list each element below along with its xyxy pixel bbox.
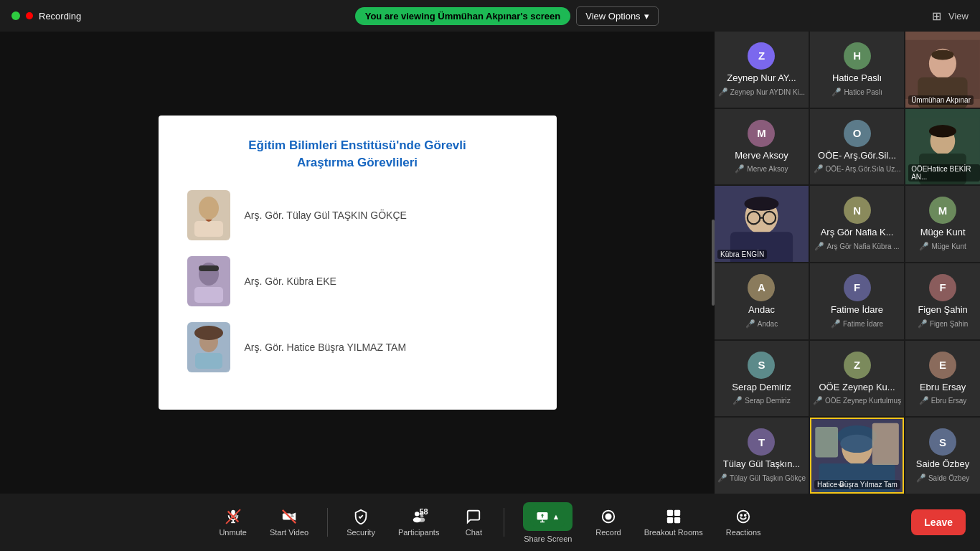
- slide-person-name-3: Arş. Gör. Hatice Büşra YILMAZ TAM: [245, 342, 407, 353]
- slide-person-3: Arş. Gör. Hatice Büşra YILMAZ TAM: [187, 322, 528, 372]
- avatar-serap: S: [748, 352, 775, 379]
- reactions-icon: +: [735, 509, 751, 524]
- svg-text:+: +: [746, 510, 749, 517]
- participant-tile-serap[interactable]: S Serap Demiriz 🎤 Serap Demiriz: [715, 341, 809, 417]
- participant-name-small-muge: 🎤 Müge Kunt: [916, 242, 969, 251]
- mic-off-icon-3: 🎤: [735, 164, 745, 174]
- breakout-rooms-button[interactable]: Breakout Rooms: [634, 503, 713, 542]
- chevron-down-icon: ▾: [644, 11, 649, 22]
- participant-name-andac: Andac: [745, 304, 778, 316]
- avatar-muge: M: [929, 197, 956, 224]
- reactions-button[interactable]: + Reactions: [716, 503, 771, 542]
- participant-tile-muge[interactable]: M Müge Kunt 🎤 Müge Kunt: [905, 186, 980, 262]
- avatar-ebru: E: [929, 352, 956, 379]
- svg-rect-4: [199, 265, 219, 271]
- participant-name-ebru: Ebru Ersay: [917, 382, 969, 394]
- participant-tile-ooe-sil[interactable]: O OÖE- Arş.Gör.Sil... 🎤 OÖE- Arş.Gör.Sıl…: [810, 109, 904, 185]
- view-options-button[interactable]: View Options ▾: [576, 6, 658, 26]
- view-label: View: [948, 11, 969, 22]
- mic-off-icon-14: 🎤: [916, 474, 926, 483]
- mic-off-icon-7: 🎤: [745, 319, 755, 329]
- participant-name-small-zeynep-nur: 🎤 Zeynep Nur AYDIN Ki...: [715, 88, 808, 97]
- green-dot-icon: [11, 11, 20, 20]
- participant-tile-zeynep-nur[interactable]: Z Zeynep Nur AY... 🎤 Zeynep Nur AYDIN Ki…: [715, 32, 809, 108]
- mic-icon: ▲: [225, 509, 241, 524]
- participant-name-small-tulay: 🎤 Tülay Gül Taşkın Gökçe: [715, 474, 809, 483]
- svg-point-53: [740, 514, 742, 516]
- avatar-zeynep-nur: Z: [748, 42, 775, 70]
- avatar-ooe-zeynep: Z: [844, 352, 871, 379]
- participant-name-serap: Serap Demiriz: [729, 382, 793, 394]
- recording-indicator: Recording: [11, 11, 81, 22]
- participant-name-figen: Figen Şahin: [915, 304, 970, 316]
- participants-button[interactable]: 58 ▲ Participants: [388, 503, 449, 542]
- participant-tile-hatice-yilmaz[interactable]: Hatice Büşra Yılmaz Tam: [810, 418, 904, 494]
- participant-name-small-fatime: 🎤 Fatime İdare: [828, 319, 886, 329]
- participant-name-ooe-zeynep: OÖE Zeynep Ku...: [816, 382, 897, 394]
- mic-off-icon-9: 🎤: [918, 319, 928, 329]
- hatice-yilmaz-name-overlay: Hatice Büşra Yılmaz Tam: [814, 480, 900, 489]
- participant-tile-ebru[interactable]: E Ebru Ersay 🎤 Ebru Ersay: [905, 341, 980, 417]
- participant-tile-tulay[interactable]: T Tülay Gül Taşkın... 🎤 Tülay Gül Taşkın…: [715, 418, 809, 494]
- svg-point-27: [840, 435, 874, 453]
- top-right: ⊞ View: [932, 9, 969, 23]
- share-screen-button[interactable]: ▲ Share Screen: [513, 496, 583, 549]
- slide-avatar-1: [187, 190, 230, 240]
- avatar-merve: M: [748, 120, 775, 147]
- slide-person-name-2: Arş. Gör. Kübra EKE: [245, 276, 336, 287]
- start-video-button[interactable]: ▲ Start Video: [260, 503, 319, 542]
- mic-off-icon-12: 🎤: [919, 396, 929, 405]
- svg-rect-30: [815, 427, 838, 457]
- record-button[interactable]: Record: [585, 503, 631, 542]
- security-button[interactable]: Security: [336, 503, 385, 542]
- leave-button[interactable]: Leave: [911, 509, 966, 535]
- screen-banner-text: You are viewing Ümmühan Akpınar's screen: [355, 7, 571, 25]
- breakout-rooms-label: Breakout Rooms: [644, 528, 703, 537]
- svg-rect-51: [674, 517, 680, 522]
- video-hatice-yilmaz: Hatice Büşra Yılmaz Tam: [811, 419, 903, 492]
- participant-name-small-serap: 🎤 Serap Demiriz: [730, 396, 793, 405]
- unmute-arrow: ▲: [233, 512, 240, 519]
- avatar-nafia: N: [844, 197, 871, 224]
- participant-tile-nafia[interactable]: N Arş Gör Nafia K... 🎤 Arş Gör Nafia Küb…: [810, 186, 904, 262]
- ummuhan-name-overlay: Ümmühan Akpınar: [908, 95, 974, 105]
- chat-label: Chat: [466, 528, 482, 537]
- hatice-bek-name-overlay: OÖEHatice BEKİR AN...: [908, 164, 980, 182]
- screen-banner: You are viewing Ümmühan Akpınar's screen…: [355, 6, 659, 26]
- participant-tile-hatice-bek[interactable]: OÖEHatice BEKİR AN...: [905, 109, 980, 185]
- participant-name-small-ooe-zeynep: 🎤 OÖE Zeynep Kurtulmuş: [810, 396, 904, 405]
- svg-rect-1: [194, 221, 223, 237]
- share-screen-label: Share Screen: [524, 534, 572, 543]
- unmute-button[interactable]: ▲ Unmute: [209, 503, 257, 542]
- grid-scroll-down-button[interactable]: ⌄: [835, 474, 847, 491]
- presentation-slide: Eğitim Bilimleri Enstitüsü'nde GörevliAr…: [159, 116, 557, 410]
- participant-tile-ummuhan[interactable]: Ümmühan Akpınar: [905, 32, 980, 108]
- mic-off-icon-11: 🎤: [813, 396, 823, 405]
- slide-avatar-2: [187, 256, 230, 306]
- avatar-hatice-pasli: H: [844, 42, 871, 70]
- svg-rect-48: [667, 509, 673, 515]
- participant-name-small-ebru: 🎤 Ebru Ersay: [916, 396, 969, 405]
- participant-name-hatice-pasli: Hatice Paslı: [829, 72, 885, 85]
- slide-avatar-3: [187, 322, 230, 372]
- participant-tile-hatice-pasli[interactable]: H Hatice Paslı 🎤 Hatice Paslı: [810, 32, 904, 108]
- participant-name-small-figen: 🎤 Figen Şahin: [915, 319, 971, 329]
- participant-tile-ooe-zeynep[interactable]: Z OÖE Zeynep Ku... 🎤 OÖE Zeynep Kurtulmu…: [810, 341, 904, 417]
- screen-share-area: Eğitim Bilimleri Enstitüsü'nde GörevliAr…: [0, 32, 715, 494]
- participant-tile-kubra[interactable]: Kübra ENGİN: [715, 186, 809, 262]
- divider-1: [327, 508, 328, 537]
- participant-tile-saide[interactable]: S Saide Özbey 🎤 Saide Özbey: [905, 418, 980, 494]
- video-arrow: ▲: [289, 512, 296, 519]
- participant-tile-figen[interactable]: F Figen Şahin 🎤 Figen Şahin: [905, 263, 980, 339]
- share-screen-icon: ▲: [523, 502, 573, 531]
- chat-button[interactable]: Chat: [452, 503, 495, 542]
- participants-label: Participants: [398, 528, 439, 537]
- participant-tile-fatime[interactable]: F Fatime İdare 🎤 Fatime İdare: [810, 263, 904, 339]
- slide-person-name-1: Arş. Gör. Tülay Gül TAŞKIN GÖKÇE: [245, 209, 407, 221]
- participant-tile-andac[interactable]: A Andac 🎤 Andac: [715, 263, 809, 339]
- participant-name-small-hatice-pasli: 🎤 Hatice Paslı: [829, 88, 885, 97]
- grid-view-icon: ⊞: [932, 9, 941, 23]
- mic-off-icon-2: 🎤: [831, 88, 842, 97]
- svg-rect-6: [195, 353, 222, 369]
- participant-tile-merve[interactable]: M Merve Aksoy 🎤 Merve Aksoy: [715, 109, 809, 185]
